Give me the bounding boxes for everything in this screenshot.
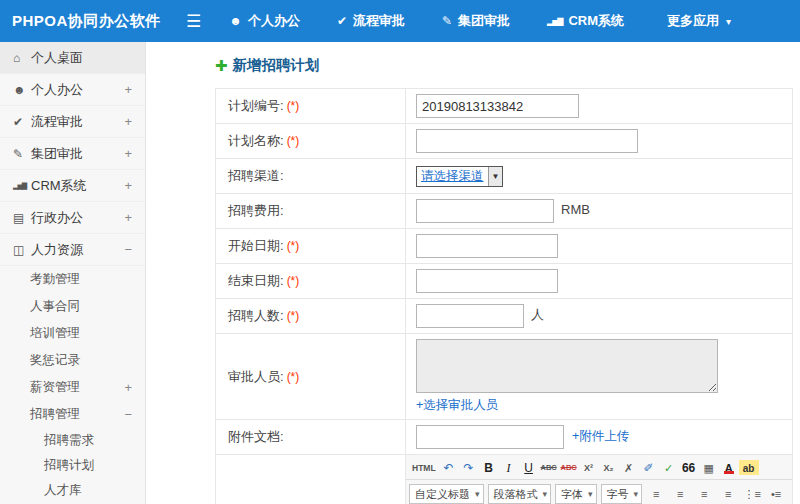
sidebar: ⌂ 个人桌面 ☻ 个人办公 + ✔ 流程审批 + ✎ 集团审批 + — [0, 42, 146, 504]
sidebar-item-label: 人事合同 — [30, 298, 132, 315]
font-size-select[interactable]: 字号 ▾ — [601, 484, 643, 504]
redo-button[interactable]: ↷ — [459, 457, 479, 477]
sidebar-item-workflow-approval[interactable]: ✔ 流程审批 + — [0, 106, 145, 138]
page-title-text: 新增招聘计划 — [233, 56, 320, 75]
sidebar-item-group-approval[interactable]: ✎ 集团审批 + — [0, 138, 145, 170]
attachment-upload-link[interactable]: +附件上传 — [572, 429, 629, 443]
editor-dropdown-label: 字号 — [607, 487, 629, 502]
align-justify-button[interactable]: ≡ — [718, 484, 738, 504]
paragraph-format-select[interactable]: 段落格式 ▾ — [488, 484, 552, 504]
custom-heading-select[interactable]: 自定义标题 ▾ — [409, 484, 484, 504]
sidebar-item-personal-office[interactable]: ☻ 个人办公 + — [0, 74, 145, 106]
form-row-plan-no: 计划编号:(*) — [216, 89, 793, 124]
expand-toggle[interactable]: + — [124, 178, 145, 193]
align-center-button[interactable]: ≡ — [670, 484, 690, 504]
spellcheck-button[interactable]: ✓ — [659, 457, 679, 477]
expand-toggle[interactable]: + — [124, 82, 145, 97]
sidebar-item-talent-pool[interactable]: 人才库 — [0, 478, 145, 503]
sidebar-item-label: CRM系统 — [31, 177, 124, 195]
expand-toggle[interactable]: − — [124, 242, 145, 257]
app-logo: PHPOA协同办公软件 — [0, 12, 186, 31]
sidebar-item-label: 个人桌面 — [31, 49, 132, 67]
nav-personal-office[interactable]: ☻ 个人办公 — [229, 12, 307, 30]
sidebar-item-admin-office[interactable]: ▤ 行政办公 + — [0, 202, 145, 234]
unordered-list-button[interactable]: •≡ — [766, 484, 786, 504]
underline-button[interactable]: U — [519, 457, 539, 477]
field-label: 审批人员: — [228, 369, 284, 384]
attachment-input[interactable] — [416, 425, 564, 449]
bold-button[interactable]: B — [479, 457, 499, 477]
form-row-channel: 招聘渠道: 请选择渠道 ▼ — [216, 159, 793, 194]
font-color-button[interactable]: A — [719, 457, 739, 477]
content-area: ✚ 新增招聘计划 计划编号:(*) 计划名称:(*) — [146, 42, 800, 504]
sidebar-item-label: 集团审批 — [31, 145, 124, 163]
outdent-button[interactable]: ⇤ — [790, 484, 792, 504]
expand-toggle[interactable]: + — [124, 114, 145, 129]
nav-label: 个人办公 — [248, 12, 300, 30]
strikethrough-button[interactable]: ABC — [539, 457, 559, 477]
field-label: 招聘人数: — [228, 308, 284, 323]
nav-workflow-approval[interactable]: ✔ 流程审批 — [337, 12, 412, 30]
sidebar-item-rewards[interactable]: 奖惩记录 — [0, 347, 145, 374]
subscript-button[interactable]: X₂ — [599, 457, 619, 477]
channel-select[interactable]: 请选择渠道 ▼ — [416, 166, 503, 187]
sidebar-item-hr[interactable]: ◫ 人力资源 − — [0, 234, 145, 266]
expand-toggle[interactable]: + — [124, 210, 145, 225]
approver-textarea[interactable] — [416, 339, 718, 393]
headcount-input[interactable] — [416, 304, 524, 328]
plan-name-input[interactable] — [416, 129, 638, 153]
fee-input[interactable] — [416, 199, 554, 223]
menu-toggle-icon[interactable]: ☰ — [186, 11, 201, 32]
sidebar-item-label: 流程审批 — [31, 113, 124, 131]
eraser-button[interactable]: ✗ — [619, 457, 639, 477]
nav-label: 更多应用 — [667, 12, 719, 30]
start-date-input[interactable] — [416, 234, 558, 258]
highlight-color-button[interactable]: ab — [739, 460, 759, 475]
nav-crm[interactable]: ▂▅▇ CRM系统 — [547, 12, 631, 30]
sidebar-item-label: 薪资管理 — [30, 379, 124, 396]
end-date-input[interactable] — [416, 269, 558, 293]
html-source-button[interactable]: HTML — [409, 457, 439, 477]
superscript-button[interactable]: X² — [579, 457, 599, 477]
sidebar-item-recruit-plan[interactable]: 招聘计划 — [0, 453, 145, 478]
ordered-list-button[interactable]: ⋮≡ — [742, 484, 762, 504]
choose-approver-link[interactable]: +选择审批人员 — [416, 398, 498, 412]
undo-button[interactable]: ↶ — [439, 457, 459, 477]
format-brush-button[interactable]: ✐ — [639, 457, 659, 477]
editor-dropdown-label: 字体 — [561, 487, 583, 502]
required-marker: (*) — [287, 370, 300, 384]
sidebar-item-recruitment[interactable]: 招聘管理 − — [0, 401, 145, 428]
field-label: 开始日期: — [228, 238, 284, 253]
sidebar-item-recruit-demand[interactable]: 招聘需求 — [0, 428, 145, 453]
italic-button[interactable]: I — [499, 457, 519, 477]
sidebar-item-label: 考勤管理 — [30, 271, 132, 288]
nav-more-apps[interactable]: 更多应用 ▾ — [661, 12, 731, 30]
table-button[interactable]: ▦ — [699, 457, 719, 477]
form-row-fee: 招聘费用: RMB — [216, 194, 793, 229]
add-icon: ✚ — [215, 57, 228, 75]
align-right-button[interactable]: ≡ — [694, 484, 714, 504]
sidebar-item-hr-contracts[interactable]: 人事合同 — [0, 293, 145, 320]
expand-toggle[interactable]: + — [124, 146, 145, 161]
person-icon: ☻ — [13, 83, 31, 97]
sidebar-item-attendance[interactable]: 考勤管理 — [0, 266, 145, 293]
expand-toggle[interactable]: − — [124, 407, 145, 422]
sidebar-item-desktop[interactable]: ⌂ 个人桌面 — [0, 42, 145, 74]
nav-group-approval[interactable]: ✎ 集团审批 — [442, 12, 517, 30]
nav-label: 流程审批 — [353, 12, 405, 30]
fee-unit-label: RMB — [561, 202, 590, 217]
field-label: 结束日期: — [228, 273, 284, 288]
blockquote-button[interactable]: 66 — [679, 457, 699, 477]
expand-toggle[interactable]: + — [124, 380, 145, 395]
remove-format-button[interactable]: ABC — [559, 457, 579, 477]
sidebar-item-training[interactable]: 培训管理 — [0, 320, 145, 347]
form-row-attachment: 附件文档: +附件上传 — [216, 420, 793, 455]
font-family-select[interactable]: 字体 ▾ — [555, 484, 597, 504]
align-left-button[interactable]: ≡ — [646, 484, 666, 504]
sidebar-item-crm[interactable]: ▂▅▇ CRM系统 + — [0, 170, 145, 202]
plan-no-input[interactable] — [416, 94, 579, 118]
form-row-approver: 审批人员:(*) +选择审批人员 — [216, 334, 793, 420]
form-row-start-date: 开始日期:(*) — [216, 229, 793, 264]
check-icon: ✔ — [13, 115, 31, 129]
sidebar-item-salary[interactable]: 薪资管理 + — [0, 374, 145, 401]
